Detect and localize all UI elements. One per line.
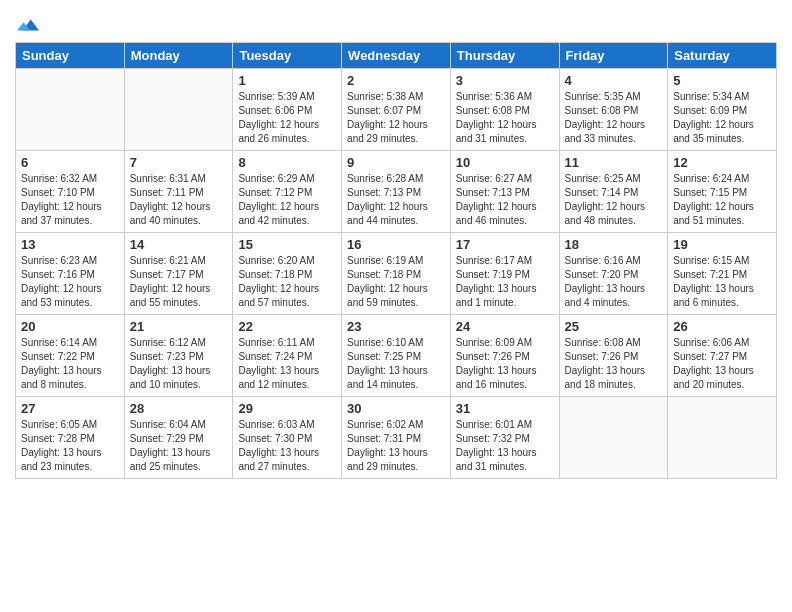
day-info: Sunrise: 6:24 AM Sunset: 7:15 PM Dayligh… <box>673 172 771 228</box>
calendar-cell: 13Sunrise: 6:23 AM Sunset: 7:16 PM Dayli… <box>16 233 125 315</box>
calendar-cell: 6Sunrise: 6:32 AM Sunset: 7:10 PM Daylig… <box>16 151 125 233</box>
day-number: 23 <box>347 319 445 334</box>
calendar-cell: 27Sunrise: 6:05 AM Sunset: 7:28 PM Dayli… <box>16 397 125 479</box>
day-number: 24 <box>456 319 554 334</box>
day-number: 6 <box>21 155 119 170</box>
calendar-cell: 26Sunrise: 6:06 AM Sunset: 7:27 PM Dayli… <box>668 315 777 397</box>
calendar-cell <box>124 69 233 151</box>
calendar-cell: 22Sunrise: 6:11 AM Sunset: 7:24 PM Dayli… <box>233 315 342 397</box>
day-number: 15 <box>238 237 336 252</box>
day-number: 22 <box>238 319 336 334</box>
day-info: Sunrise: 6:02 AM Sunset: 7:31 PM Dayligh… <box>347 418 445 474</box>
day-info: Sunrise: 6:17 AM Sunset: 7:19 PM Dayligh… <box>456 254 554 310</box>
page: SundayMondayTuesdayWednesdayThursdayFrid… <box>0 0 792 612</box>
day-info: Sunrise: 6:12 AM Sunset: 7:23 PM Dayligh… <box>130 336 228 392</box>
day-number: 4 <box>565 73 663 88</box>
calendar-cell: 19Sunrise: 6:15 AM Sunset: 7:21 PM Dayli… <box>668 233 777 315</box>
day-info: Sunrise: 6:29 AM Sunset: 7:12 PM Dayligh… <box>238 172 336 228</box>
day-info: Sunrise: 6:16 AM Sunset: 7:20 PM Dayligh… <box>565 254 663 310</box>
day-info: Sunrise: 5:39 AM Sunset: 6:06 PM Dayligh… <box>238 90 336 146</box>
day-info: Sunrise: 6:23 AM Sunset: 7:16 PM Dayligh… <box>21 254 119 310</box>
calendar-cell: 28Sunrise: 6:04 AM Sunset: 7:29 PM Dayli… <box>124 397 233 479</box>
day-info: Sunrise: 6:09 AM Sunset: 7:26 PM Dayligh… <box>456 336 554 392</box>
column-header-wednesday: Wednesday <box>342 43 451 69</box>
day-info: Sunrise: 6:28 AM Sunset: 7:13 PM Dayligh… <box>347 172 445 228</box>
calendar-cell: 29Sunrise: 6:03 AM Sunset: 7:30 PM Dayli… <box>233 397 342 479</box>
header <box>15 10 777 36</box>
day-number: 26 <box>673 319 771 334</box>
calendar-cell <box>559 397 668 479</box>
calendar-cell: 17Sunrise: 6:17 AM Sunset: 7:19 PM Dayli… <box>450 233 559 315</box>
day-number: 27 <box>21 401 119 416</box>
day-number: 2 <box>347 73 445 88</box>
day-number: 17 <box>456 237 554 252</box>
day-info: Sunrise: 6:04 AM Sunset: 7:29 PM Dayligh… <box>130 418 228 474</box>
day-number: 13 <box>21 237 119 252</box>
week-row-3: 13Sunrise: 6:23 AM Sunset: 7:16 PM Dayli… <box>16 233 777 315</box>
calendar-cell <box>16 69 125 151</box>
calendar-cell: 16Sunrise: 6:19 AM Sunset: 7:18 PM Dayli… <box>342 233 451 315</box>
day-info: Sunrise: 6:01 AM Sunset: 7:32 PM Dayligh… <box>456 418 554 474</box>
calendar-cell: 31Sunrise: 6:01 AM Sunset: 7:32 PM Dayli… <box>450 397 559 479</box>
day-number: 18 <box>565 237 663 252</box>
day-number: 11 <box>565 155 663 170</box>
calendar-cell: 11Sunrise: 6:25 AM Sunset: 7:14 PM Dayli… <box>559 151 668 233</box>
day-info: Sunrise: 6:20 AM Sunset: 7:18 PM Dayligh… <box>238 254 336 310</box>
calendar-cell: 12Sunrise: 6:24 AM Sunset: 7:15 PM Dayli… <box>668 151 777 233</box>
day-info: Sunrise: 6:31 AM Sunset: 7:11 PM Dayligh… <box>130 172 228 228</box>
day-info: Sunrise: 6:08 AM Sunset: 7:26 PM Dayligh… <box>565 336 663 392</box>
column-header-monday: Monday <box>124 43 233 69</box>
week-row-5: 27Sunrise: 6:05 AM Sunset: 7:28 PM Dayli… <box>16 397 777 479</box>
day-number: 21 <box>130 319 228 334</box>
calendar-cell: 14Sunrise: 6:21 AM Sunset: 7:17 PM Dayli… <box>124 233 233 315</box>
day-number: 8 <box>238 155 336 170</box>
calendar-cell: 8Sunrise: 6:29 AM Sunset: 7:12 PM Daylig… <box>233 151 342 233</box>
day-info: Sunrise: 5:35 AM Sunset: 6:08 PM Dayligh… <box>565 90 663 146</box>
day-number: 20 <box>21 319 119 334</box>
day-number: 1 <box>238 73 336 88</box>
calendar-cell: 23Sunrise: 6:10 AM Sunset: 7:25 PM Dayli… <box>342 315 451 397</box>
day-number: 31 <box>456 401 554 416</box>
day-info: Sunrise: 6:19 AM Sunset: 7:18 PM Dayligh… <box>347 254 445 310</box>
calendar-cell: 7Sunrise: 6:31 AM Sunset: 7:11 PM Daylig… <box>124 151 233 233</box>
day-info: Sunrise: 6:21 AM Sunset: 7:17 PM Dayligh… <box>130 254 228 310</box>
column-header-friday: Friday <box>559 43 668 69</box>
logo <box>15 14 39 36</box>
day-info: Sunrise: 5:36 AM Sunset: 6:08 PM Dayligh… <box>456 90 554 146</box>
day-info: Sunrise: 5:38 AM Sunset: 6:07 PM Dayligh… <box>347 90 445 146</box>
week-row-1: 1Sunrise: 5:39 AM Sunset: 6:06 PM Daylig… <box>16 69 777 151</box>
day-number: 9 <box>347 155 445 170</box>
day-info: Sunrise: 6:27 AM Sunset: 7:13 PM Dayligh… <box>456 172 554 228</box>
day-info: Sunrise: 6:11 AM Sunset: 7:24 PM Dayligh… <box>238 336 336 392</box>
calendar-header-row: SundayMondayTuesdayWednesdayThursdayFrid… <box>16 43 777 69</box>
calendar-cell: 4Sunrise: 5:35 AM Sunset: 6:08 PM Daylig… <box>559 69 668 151</box>
calendar-cell: 18Sunrise: 6:16 AM Sunset: 7:20 PM Dayli… <box>559 233 668 315</box>
calendar-cell: 21Sunrise: 6:12 AM Sunset: 7:23 PM Dayli… <box>124 315 233 397</box>
day-number: 29 <box>238 401 336 416</box>
day-info: Sunrise: 6:10 AM Sunset: 7:25 PM Dayligh… <box>347 336 445 392</box>
day-info: Sunrise: 6:25 AM Sunset: 7:14 PM Dayligh… <box>565 172 663 228</box>
column-header-saturday: Saturday <box>668 43 777 69</box>
calendar-cell: 2Sunrise: 5:38 AM Sunset: 6:07 PM Daylig… <box>342 69 451 151</box>
column-header-thursday: Thursday <box>450 43 559 69</box>
day-info: Sunrise: 6:32 AM Sunset: 7:10 PM Dayligh… <box>21 172 119 228</box>
column-header-tuesday: Tuesday <box>233 43 342 69</box>
week-row-4: 20Sunrise: 6:14 AM Sunset: 7:22 PM Dayli… <box>16 315 777 397</box>
day-number: 19 <box>673 237 771 252</box>
day-number: 5 <box>673 73 771 88</box>
calendar-cell: 24Sunrise: 6:09 AM Sunset: 7:26 PM Dayli… <box>450 315 559 397</box>
calendar-cell: 1Sunrise: 5:39 AM Sunset: 6:06 PM Daylig… <box>233 69 342 151</box>
day-info: Sunrise: 6:06 AM Sunset: 7:27 PM Dayligh… <box>673 336 771 392</box>
day-info: Sunrise: 5:34 AM Sunset: 6:09 PM Dayligh… <box>673 90 771 146</box>
day-number: 14 <box>130 237 228 252</box>
calendar-cell: 9Sunrise: 6:28 AM Sunset: 7:13 PM Daylig… <box>342 151 451 233</box>
day-number: 25 <box>565 319 663 334</box>
calendar-cell: 15Sunrise: 6:20 AM Sunset: 7:18 PM Dayli… <box>233 233 342 315</box>
day-number: 7 <box>130 155 228 170</box>
column-header-sunday: Sunday <box>16 43 125 69</box>
day-number: 16 <box>347 237 445 252</box>
calendar: SundayMondayTuesdayWednesdayThursdayFrid… <box>15 42 777 479</box>
day-info: Sunrise: 6:05 AM Sunset: 7:28 PM Dayligh… <box>21 418 119 474</box>
calendar-cell: 20Sunrise: 6:14 AM Sunset: 7:22 PM Dayli… <box>16 315 125 397</box>
day-info: Sunrise: 6:14 AM Sunset: 7:22 PM Dayligh… <box>21 336 119 392</box>
